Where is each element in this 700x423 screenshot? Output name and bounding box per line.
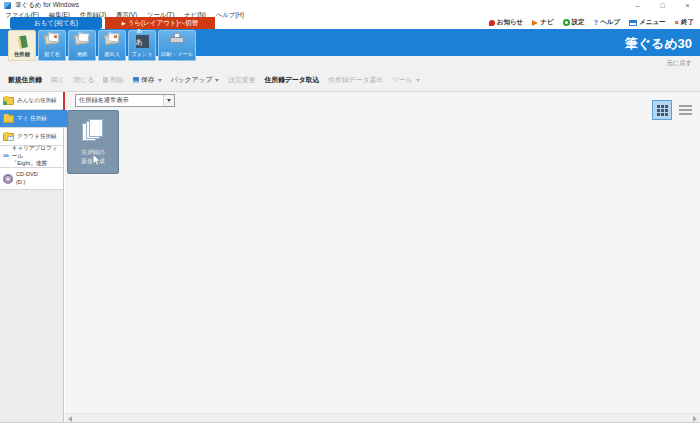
import-data-button[interactable]: 住所録データ取込 <box>265 75 320 85</box>
announce-icon <box>489 20 495 26</box>
question-icon: ? <box>594 18 599 27</box>
settings-button[interactable]: 設定 <box>563 18 585 27</box>
navi-icon <box>532 20 538 26</box>
titlebar: 筆ぐるめ for Windows – □ × <box>0 0 700 11</box>
floppy-icon <box>133 77 139 83</box>
trash-icon <box>103 77 108 83</box>
export-data-button[interactable]: 住所録データ書出 <box>328 75 383 85</box>
delete-button[interactable]: 削除 <box>103 75 124 85</box>
backup-label: バックアップ <box>171 75 213 85</box>
new-addressbook-label: 新規住所録 <box>8 75 42 85</box>
save-label: 保存 <box>141 75 155 85</box>
undo-button[interactable]: 元に戻す <box>667 59 692 68</box>
sort-select[interactable]: 住所録名通常表示 <box>75 94 175 107</box>
sidebar-label: マイ 住所録 <box>17 115 47 123</box>
addressbook-icon <box>18 33 27 50</box>
chevron-down-icon <box>158 79 162 82</box>
exit-x-icon: × <box>675 18 679 27</box>
quick-actions: お知らせ ナビ 設定 ? ヘルプ メニュー × 終了 <box>489 18 694 27</box>
documents-stack-icon <box>82 119 104 143</box>
help-button[interactable]: ? ヘルプ <box>594 18 621 27</box>
navi-label: ナビ <box>540 18 553 27</box>
folder-users-icon <box>3 97 14 105</box>
tab-print-mail[interactable]: 印刷・メール <box>158 30 196 61</box>
sort-select-dropdown-button[interactable] <box>163 95 174 106</box>
font-icon: ぁあ <box>136 33 149 50</box>
disc-icon <box>3 174 13 184</box>
grid-view-icon <box>657 105 660 108</box>
export-data-label: 住所録データ書出 <box>328 75 383 85</box>
sidebar-label-line2: 「Eight」連携 <box>12 160 62 168</box>
new-addressbook-button[interactable]: 新規住所録 <box>8 75 42 85</box>
change-settings-button[interactable]: 設定変更 <box>228 75 255 85</box>
close-addressbook-label: 閉じる <box>74 75 95 85</box>
mouse-cursor-icon <box>92 152 101 170</box>
app-icon <box>4 2 11 9</box>
list-view-button[interactable] <box>675 100 695 120</box>
folder-icon <box>3 115 14 123</box>
front-side-button[interactable]: おもて(宛て名) <box>10 17 102 29</box>
sidebar-item-cd-dvd[interactable]: CD-DVD (D:) <box>0 168 63 190</box>
announcements-label: お知らせ <box>497 18 523 27</box>
exit-button[interactable]: × 終了 <box>675 18 694 27</box>
close-addressbook-button[interactable]: 閉じる <box>74 75 95 85</box>
delete-label: 削除 <box>110 75 124 85</box>
ribbon-tabs: 住所録 宛て名 用紙 差出人 ぁあ フォント 印刷・メール <box>8 30 196 61</box>
announcements-button[interactable]: お知らせ <box>489 18 523 27</box>
tab-print-mail-label: 印刷・メール <box>161 51 193 58</box>
back-side-switch-button[interactable]: ▶ うら(レイアウト)へ切替 <box>105 17 215 29</box>
tab-sender[interactable]: 差出人 <box>98 30 126 61</box>
app-window: 筆ぐるめ for Windows – □ × ファイル(F) 編集(E) 住所録… <box>0 0 700 423</box>
window-title: 筆ぐるめ for Windows <box>15 1 79 10</box>
sender-card-icon <box>105 33 119 50</box>
sidebar-label: CD-DVD <box>16 171 38 179</box>
gear-icon <box>563 19 570 26</box>
back-side-switch-label: うら(レイアウト)へ切替 <box>128 19 199 28</box>
tab-recipient-label: 宛て名 <box>44 51 60 58</box>
arrow-right-icon: ▶ <box>122 20 126 26</box>
toolbar-items: 新規住所録 開く 閉じる 削除 保存 バックアップ 設定変更 <box>8 75 420 85</box>
close-button[interactable]: × <box>675 0 700 11</box>
sidebar-item-everyones-addressbook[interactable]: みんなの住所録 <box>0 92 63 110</box>
recipient-card-icon <box>45 33 59 50</box>
tab-paper-label: 用紙 <box>77 51 88 58</box>
chevron-down-icon <box>215 79 219 82</box>
new-addressbook-tile[interactable]: 住所録の 新規作成 <box>67 110 119 174</box>
maximize-button[interactable]: □ <box>650 0 675 11</box>
tab-recipient[interactable]: 宛て名 <box>38 30 66 61</box>
sidebar: みんなの住所録 マイ 住所録 クラウド住所録 ∞ キャリアプロフィール 「Eig… <box>0 92 64 423</box>
open-button[interactable]: 開く <box>51 75 65 85</box>
menu-button[interactable]: メニュー <box>629 18 665 27</box>
open-label: 開く <box>51 75 65 85</box>
tab-paper[interactable]: 用紙 <box>68 30 96 61</box>
printer-icon <box>170 33 184 50</box>
folder-cloud-icon <box>3 133 14 141</box>
tab-font[interactable]: ぁあ フォント <box>128 30 156 61</box>
chevron-down-icon <box>167 99 171 102</box>
menu-help[interactable]: ヘルプ(H) <box>216 11 244 20</box>
backup-button[interactable]: バックアップ <box>171 75 220 85</box>
sidebar-label-line2: (D:) <box>16 179 38 187</box>
chevron-down-icon <box>416 79 420 82</box>
infinity-icon: ∞ <box>3 151 9 162</box>
minimize-button[interactable]: – <box>625 0 650 11</box>
tools-button[interactable]: ツール <box>392 75 420 85</box>
mode-bar: おもて(宛て名) ▶ うら(レイアウト)へ切替 お知らせ ナビ 設定 ? ヘルプ <box>0 20 700 29</box>
list-view-icon <box>679 105 692 107</box>
tab-addressbook[interactable]: 住所録 <box>8 30 36 61</box>
ribbon-bar: 住所録 宛て名 用紙 差出人 ぁあ フォント 印刷・メール <box>0 29 700 56</box>
app-logo: 筆ぐるめ30 <box>625 35 692 53</box>
paper-icon <box>75 33 89 50</box>
sidebar-item-cloud-addressbook[interactable]: クラウド住所録 <box>0 128 63 146</box>
sidebar-item-my-addressbook[interactable]: マイ 住所録 <box>0 110 67 128</box>
save-button[interactable]: 保存 <box>133 75 162 85</box>
toolbar: 元に戻す 新規住所録 開く 閉じる 削除 保存 バックアップ <box>0 56 700 92</box>
sidebar-label: キャリアプロフィール <box>12 145 62 160</box>
sidebar-item-eight-link[interactable]: ∞ キャリアプロフィール 「Eight」連携 <box>0 146 63 168</box>
sidebar-label: クラウド住所録 <box>17 133 57 141</box>
menu-window-icon <box>629 20 637 26</box>
tools-label: ツール <box>392 75 413 85</box>
tab-sender-label: 差出人 <box>104 51 120 58</box>
navi-button[interactable]: ナビ <box>532 18 553 27</box>
grid-view-button[interactable] <box>652 100 672 120</box>
